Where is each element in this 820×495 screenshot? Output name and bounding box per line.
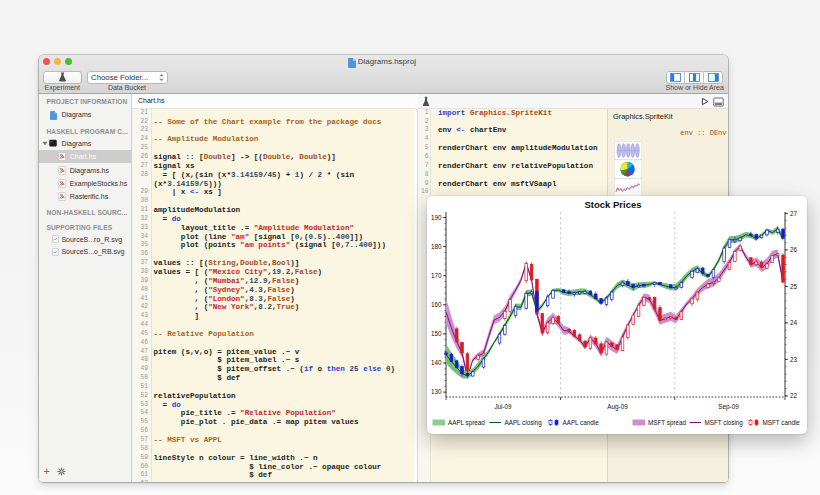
svg-text:26: 26 — [790, 246, 798, 253]
svg-text:130: 130 — [431, 388, 442, 395]
svg-text:MSFT spread: MSFT spread — [648, 419, 687, 427]
svg-text:25: 25 — [790, 283, 798, 290]
svg-text:Stock Prices: Stock Prices — [584, 199, 641, 210]
svg-text:Sep-09: Sep-09 — [718, 403, 739, 411]
svg-text:180: 180 — [431, 243, 442, 250]
svg-text:24: 24 — [790, 319, 798, 326]
svg-text:MSFT closing: MSFT closing — [705, 419, 744, 427]
svg-text:170: 170 — [431, 272, 442, 279]
svg-text:AAPL spread: AAPL spread — [448, 419, 485, 427]
svg-text:150: 150 — [431, 330, 442, 337]
svg-text:23: 23 — [790, 356, 798, 363]
svg-text:Aug-09: Aug-09 — [607, 403, 628, 411]
svg-text:27: 27 — [790, 210, 798, 217]
svg-text:Jul-09: Jul-09 — [494, 403, 512, 410]
svg-text:AAPL closing: AAPL closing — [505, 419, 543, 427]
svg-text:MSFT candle: MSFT candle — [763, 419, 801, 426]
svg-text:190: 190 — [431, 214, 442, 221]
svg-text:140: 140 — [431, 359, 442, 366]
svg-text:160: 160 — [431, 301, 442, 308]
svg-text:22: 22 — [790, 392, 798, 399]
svg-text:AAPL candle: AAPL candle — [563, 419, 600, 426]
